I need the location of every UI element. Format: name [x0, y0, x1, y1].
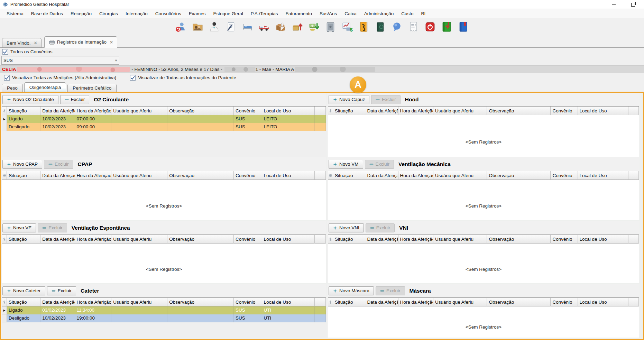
column-header-conve-nio[interactable]: Convênio [234, 107, 262, 115]
menu-recepc-a-o[interactable]: Recepção [67, 10, 95, 18]
novo-ventilacao-espontanea-button[interactable]: Novo VE [2, 223, 36, 232]
column-header-hora-da-aferic-a-o[interactable]: Hora da Aferição [75, 298, 112, 306]
ledger-icon[interactable] [374, 20, 387, 33]
tab-bem-vindo[interactable]: Bem Vindo.× [2, 38, 42, 47]
excluir-vni-button[interactable]: Excluir [366, 223, 395, 232]
menu-internac-a-o[interactable]: Internação [122, 10, 151, 18]
column-header-data-da-aferic-a-o[interactable]: Data da Aferição [365, 298, 398, 306]
column-header-local-de-uso[interactable]: Local de Uso [578, 235, 628, 243]
column-header-conve-nio[interactable]: Convênio [234, 298, 262, 306]
column-header-observac-a-o[interactable]: Observação [167, 107, 234, 115]
column-header-situac-a-o[interactable]: Situação [7, 235, 40, 243]
menu-caixa[interactable]: Caixa [341, 10, 360, 18]
column-header-data-da-aferic-a-o[interactable]: Data da Aferição [40, 235, 75, 243]
menu-faturamento[interactable]: Faturamento [282, 10, 316, 18]
menu-sus-ans[interactable]: Sus/Ans [316, 10, 341, 18]
column-header-situac-a-o[interactable]: Situação [333, 235, 365, 243]
column-header-observac-a-o[interactable]: Observação [167, 235, 234, 243]
column-header-usua-rio-que-aferiu[interactable]: Usuário que Aferiu [433, 107, 487, 115]
column-header-hora-da-aferic-a-o[interactable]: Hora da Aferição [75, 107, 112, 115]
records-grid[interactable]: SituaçãoData da AferiçãoHora da Aferição… [328, 297, 639, 338]
column-header-local-de-uso[interactable]: Local de Uso [578, 107, 628, 115]
menu-custo[interactable]: Custo [397, 10, 417, 18]
column-header-local-de-uso[interactable]: Local de Uso [262, 298, 315, 306]
table-row[interactable]: ▶Ligado03/02/202311:34:00SUSUTI [2, 306, 326, 314]
schedule-icon[interactable] [457, 20, 470, 33]
column-header-situac-a-o[interactable]: Situação [7, 107, 40, 115]
stock-icon[interactable] [274, 20, 287, 33]
visualizar-medicoes-checkbox[interactable] [4, 75, 10, 81]
billing-icon[interactable]: $ [341, 20, 353, 33]
column-header-situac-a-o[interactable]: Situação [7, 171, 40, 180]
excluir-hood-button[interactable]: Excluir [371, 95, 401, 104]
menu-consulto-rios[interactable]: Consultórios [151, 10, 185, 18]
column-header-observac-a-o[interactable]: Observação [487, 235, 551, 243]
tab-peso[interactable]: Peso [2, 84, 23, 92]
column-header-conve-nio[interactable]: Convênio [234, 235, 262, 243]
novo-cateter-button[interactable]: Novo Cateter [2, 286, 45, 295]
excluir-mascara-button[interactable]: Excluir [376, 286, 405, 295]
column-header-data-da-aferic-a-o[interactable]: Data da Aferição [365, 107, 398, 115]
expenses-icon[interactable] [291, 20, 304, 33]
records-grid[interactable]: SituaçãoData da AferiçãoHora da Aferição… [2, 106, 326, 157]
chat-icon[interactable] [390, 20, 403, 33]
column-header-local-de-uso[interactable]: Local de Uso [262, 235, 315, 243]
column-header-observac-a-o[interactable]: Observação [167, 171, 234, 180]
medical-form-icon[interactable] [224, 20, 237, 33]
novo-mascara-button[interactable]: Novo Máscara [329, 286, 374, 295]
column-header-local-de-uso[interactable]: Local de Uso [578, 298, 628, 306]
patient-records-icon[interactable] [191, 20, 204, 33]
column-header-data-da-aferic-a-o[interactable]: Data da Aferição [40, 107, 75, 115]
menu-base-de-dados[interactable]: Base de Dados [27, 10, 67, 18]
column-header-hora-da-aferic-a-o[interactable]: Hora da Aferição [75, 171, 112, 180]
column-header-situac-a-o[interactable]: Situação [333, 107, 365, 115]
novo-ventilacao-mecanica-button[interactable]: Novo VM [329, 160, 363, 169]
column-header-local-de-uso[interactable]: Local de Uso [262, 107, 315, 115]
column-header-situac-a-o[interactable]: Situação [7, 298, 40, 306]
column-header-hora-da-aferic-a-o[interactable]: Hora da Aferição [398, 171, 433, 180]
table-row[interactable]: Desligado10/02/202319:00:00SUSUTI [2, 314, 326, 322]
column-header-usua-rio-que-aferiu[interactable]: Usuário que Aferiu [111, 107, 167, 115]
doctor-icon[interactable] [208, 20, 221, 33]
novo-vni-button[interactable]: Novo VNI [329, 223, 364, 232]
todos-convenios-checkbox[interactable] [2, 49, 8, 55]
novo-hood-button[interactable]: Novo Capuz [329, 95, 369, 104]
column-header-hora-da-aferic-a-o[interactable]: Hora da Aferição [398, 107, 433, 115]
column-header-situac-a-o[interactable]: Situação [333, 298, 365, 306]
excluir-o2-circulante-button[interactable]: Excluir [60, 95, 90, 104]
novo-cpap-button[interactable]: Novo CPAP [2, 160, 42, 169]
close-icon[interactable]: × [110, 39, 113, 45]
menu-p-a-terapias[interactable]: P.A./Terapias [247, 10, 282, 18]
column-header-conve-nio[interactable]: Convênio [551, 235, 578, 243]
column-header-conve-nio[interactable]: Convênio [234, 171, 262, 180]
menu-cirurgias[interactable]: Cirurgias [95, 10, 122, 18]
column-header-observac-a-o[interactable]: Observação [167, 298, 234, 306]
hospital-bed-icon[interactable] [241, 20, 254, 33]
column-header-data-da-aferic-a-o[interactable]: Data da Aferição [40, 298, 75, 306]
excluir-cpap-button[interactable]: Excluir [44, 160, 73, 169]
records-grid[interactable]: SituaçãoData da AferiçãoHora da Aferição… [2, 297, 326, 338]
tab-oxigenoterapia[interactable]: Oxigenoterapia [24, 82, 66, 92]
excluir-ventilacao-mecanica-button[interactable]: Excluir [365, 160, 394, 169]
restore-button[interactable] [628, 1, 638, 8]
tab-peri-metro-cefa-lico[interactable]: Perímetro Cefálico [67, 84, 117, 92]
column-header-local-de-uso[interactable]: Local de Uso [578, 171, 628, 180]
column-header-data-da-aferic-a-o[interactable]: Data da Aferição [365, 171, 398, 180]
invoice-icon[interactable] [407, 20, 420, 33]
column-header-local-de-uso[interactable]: Local de Uso [262, 171, 315, 180]
table-row[interactable]: Desligado10/02/202309:00:00SUSLEITO [2, 123, 326, 131]
menu-administrac-a-o[interactable]: Administração [360, 10, 398, 18]
column-header-observac-a-o[interactable]: Observação [487, 171, 551, 180]
excluir-ventilacao-espontanea-button[interactable]: Excluir [38, 223, 67, 232]
column-header-conve-nio[interactable]: Convênio [551, 107, 578, 115]
records-grid[interactable]: SituaçãoData da AferiçãoHora da Aferição… [328, 171, 639, 220]
column-header-hora-da-aferic-a-o[interactable]: Hora da Aferição [75, 235, 112, 243]
column-header-observac-a-o[interactable]: Observação [487, 298, 551, 306]
column-header-conve-nio[interactable]: Convênio [551, 298, 578, 306]
table-row[interactable]: ▶Ligado10/02/202307:00:00SUSLEITO [2, 115, 326, 123]
excluir-cateter-button[interactable]: Excluir [47, 286, 76, 295]
column-header-situac-a-o[interactable]: Situação [333, 171, 365, 180]
tab-registros-de-internac-a-o[interactable]: Registros de Internação× [44, 36, 118, 48]
column-header-usua-rio-que-aferiu[interactable]: Usuário que Aferiu [433, 298, 487, 306]
vitals-icon[interactable] [440, 20, 453, 33]
